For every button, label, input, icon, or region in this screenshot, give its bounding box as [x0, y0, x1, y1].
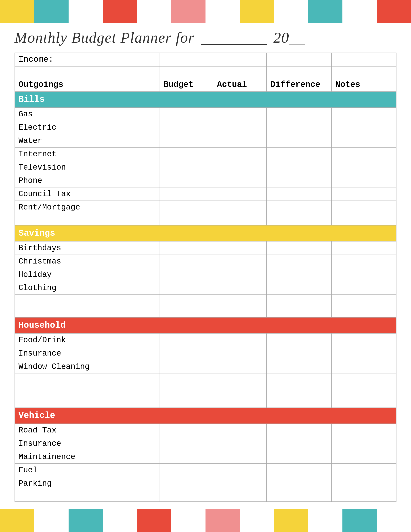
diff-fuel [267, 464, 331, 477]
label-electric: Electric [15, 121, 160, 134]
row-electric: Electric [15, 121, 396, 134]
actual-holiday [213, 268, 267, 281]
page-title: Monthly Budget Planner for 20__ [15, 29, 305, 46]
actual-water [213, 134, 267, 148]
actual-rent-mortgage [213, 201, 267, 214]
section-label-bills: Bills [15, 92, 396, 108]
label-insurance-household: Insurance [15, 347, 160, 360]
top-bar-2 [34, 0, 68, 23]
diff-holiday [267, 268, 331, 281]
section-header-household: Household [15, 318, 396, 333]
notes-phone [331, 174, 396, 188]
label-clothing: Clothing [15, 281, 160, 295]
actual-television [213, 161, 267, 174]
diff-insurance-vehicle [267, 437, 331, 450]
budget-phone [160, 174, 213, 188]
bottom-bar-10 [308, 509, 343, 532]
row-television: Television [15, 161, 396, 174]
bottom-bar-3 [68, 509, 103, 532]
blank-row-1 [15, 66, 396, 78]
row-gas: Gas [15, 108, 396, 121]
notes-council-tax [331, 188, 396, 201]
section-header-savings: Savings [15, 226, 396, 241]
diff-birthdays [267, 241, 331, 255]
notes-road-tax [331, 424, 396, 437]
budget-council-tax [160, 188, 213, 201]
income-diff [267, 53, 331, 66]
notes-food-drink [331, 333, 396, 347]
row-water: Water [15, 134, 396, 148]
diff-food-drink [267, 333, 331, 347]
top-bar-9 [274, 0, 308, 23]
budget-insurance-household [160, 347, 213, 360]
label-council-tax: Council Tax [15, 188, 160, 201]
row-window-cleaning: Window Cleaning [15, 360, 396, 373]
actual-insurance-household [213, 347, 267, 360]
bottom-bar-1 [0, 509, 34, 532]
actual-phone [213, 174, 267, 188]
col-header-actual: Actual [213, 78, 267, 92]
budget-maintainence [160, 450, 213, 464]
diff-internet [267, 148, 331, 161]
row-insurance-household: Insurance [15, 347, 396, 360]
main-content: Income: Outgoings Budget Actual Differen… [0, 50, 411, 509]
diff-christmas [267, 255, 331, 268]
title-year-blank: __ [289, 29, 305, 46]
budget-table: Income: Outgoings Budget Actual Differen… [15, 53, 396, 502]
top-bar-11 [343, 0, 377, 23]
spacer-savings-2 [15, 306, 396, 318]
col-header-budget: Budget [160, 78, 213, 92]
label-fuel: Fuel [15, 464, 160, 477]
spacer-vehicle-1 [15, 490, 396, 502]
row-insurance-vehicle: Insurance [15, 437, 396, 450]
label-christmas: Christmas [15, 255, 160, 268]
budget-christmas [160, 255, 213, 268]
bottom-bar-5 [137, 509, 171, 532]
notes-window-cleaning [331, 360, 396, 373]
budget-electric [160, 121, 213, 134]
notes-rent-mortgage [331, 201, 396, 214]
diff-insurance-household [267, 347, 331, 360]
income-budget [160, 53, 213, 66]
actual-maintainence [213, 450, 267, 464]
actual-parking [213, 477, 267, 490]
label-gas: Gas [15, 108, 160, 121]
actual-clothing [213, 281, 267, 295]
budget-internet [160, 148, 213, 161]
budget-holiday [160, 268, 213, 281]
label-water: Water [15, 134, 160, 148]
diff-water [267, 134, 331, 148]
notes-television [331, 161, 396, 174]
notes-parking [331, 477, 396, 490]
row-maintainence: Maintainence [15, 450, 396, 464]
actual-birthdays [213, 241, 267, 255]
spacer-savings-1 [15, 295, 396, 306]
label-window-cleaning: Window Cleaning [15, 360, 160, 373]
row-food-drink: Food/Drink [15, 333, 396, 347]
income-notes [331, 53, 396, 66]
actual-window-cleaning [213, 360, 267, 373]
diff-road-tax [267, 424, 331, 437]
col-header-outgoings: Outgoings [15, 78, 160, 92]
diff-gas [267, 108, 331, 121]
top-bar-5 [137, 0, 171, 23]
notes-gas [331, 108, 396, 121]
title-underline [201, 44, 267, 45]
spacer-household-3 [15, 396, 396, 408]
budget-rent-mortgage [160, 201, 213, 214]
actual-electric [213, 121, 267, 134]
title-year-prefix: 20 [273, 29, 289, 46]
section-label-household: Household [15, 318, 396, 333]
label-birthdays: Birthdays [15, 241, 160, 255]
bottom-bar-7 [206, 509, 240, 532]
top-bar-8 [240, 0, 274, 23]
label-phone: Phone [15, 174, 160, 188]
label-rent-mortgage: Rent/Mortgage [15, 201, 160, 214]
notes-water [331, 134, 396, 148]
diff-electric [267, 121, 331, 134]
notes-maintainence [331, 450, 396, 464]
section-header-vehicle: Vehicle [15, 408, 396, 424]
row-birthdays: Birthdays [15, 241, 396, 255]
notes-fuel [331, 464, 396, 477]
diff-phone [267, 174, 331, 188]
